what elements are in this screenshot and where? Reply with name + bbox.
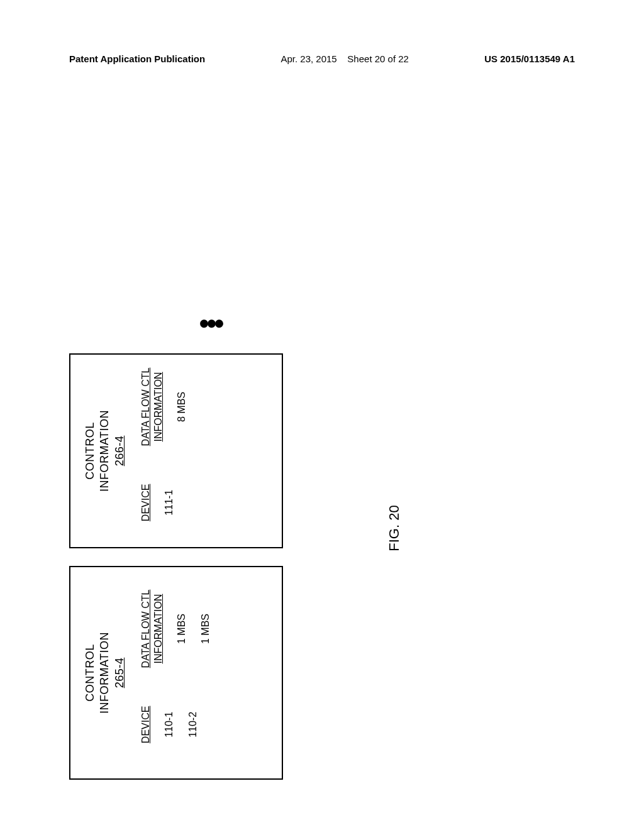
box-row: CONTROL INFORMATION 265-4 DEVICE 110-1 1… <box>69 277 283 780</box>
table-row: 110-1 <box>164 693 175 756</box>
figure-caption: FIG. 20 <box>386 505 402 551</box>
box-ref-right: 266-4 <box>113 436 126 467</box>
box-title-left: CONTROL INFORMATION 265-4 <box>83 578 127 767</box>
device-column-left: DEVICE 110-1 110-2 <box>140 693 224 756</box>
device-header-left: DEVICE <box>140 693 152 756</box>
publication-number: US 2015/0113549 A1 <box>484 53 575 64</box>
publication-label: Patent Application Publication <box>69 53 205 64</box>
figure-area: CONTROL INFORMATION 265-4 DEVICE 110-1 1… <box>50 126 428 629</box>
sheet-number: Sheet 20 of 22 <box>347 53 409 64</box>
table-row: 111-1 <box>164 471 175 534</box>
box-ref-left: 265-4 <box>113 658 126 689</box>
sheet-info: Apr. 23, 2015 Sheet 20 of 22 <box>280 53 409 64</box>
flow-column-right: DATA FLOW CTL INFORMATION 8 MBS <box>140 368 200 446</box>
title-line2: INFORMATION <box>98 410 111 492</box>
table-row: 8 MBS <box>176 368 187 446</box>
flow-header-right: DATA FLOW CTL INFORMATION <box>140 368 165 446</box>
page-header: Patent Application Publication Apr. 23, … <box>69 53 575 64</box>
pub-date: Apr. 23, 2015 <box>280 53 336 64</box>
table-row: 110-2 <box>187 693 199 756</box>
continuation-ellipsis-icon: ● ● ● <box>199 316 222 329</box>
device-header-right: DEVICE <box>140 471 152 534</box>
table-row: 1 MBS <box>200 590 211 668</box>
title-line1: CONTROL <box>84 644 96 702</box>
columns-right: DEVICE 111-1 DATA FLOW CTL INFORMATION 8… <box>140 366 200 536</box>
figure-rotated-content: CONTROL INFORMATION 265-4 DEVICE 110-1 1… <box>69 277 384 780</box>
device-column-right: DEVICE 111-1 <box>140 471 200 534</box>
title-line1: CONTROL <box>84 422 96 480</box>
box-title-right: CONTROL INFORMATION 266-4 <box>83 366 127 536</box>
flow-header-left: DATA FLOW CTL INFORMATION <box>140 590 165 668</box>
columns-left: DEVICE 110-1 110-2 DATA FLOW CTL INFORMA… <box>140 578 224 767</box>
control-info-box-265-4: CONTROL INFORMATION 265-4 DEVICE 110-1 1… <box>69 566 283 780</box>
title-line2: INFORMATION <box>98 632 111 714</box>
control-info-box-266-4: CONTROL INFORMATION 266-4 DEVICE 111-1 D… <box>69 353 283 548</box>
table-row: 1 MBS <box>176 590 187 668</box>
flow-column-left: DATA FLOW CTL INFORMATION 1 MBS 1 MBS <box>140 590 224 668</box>
